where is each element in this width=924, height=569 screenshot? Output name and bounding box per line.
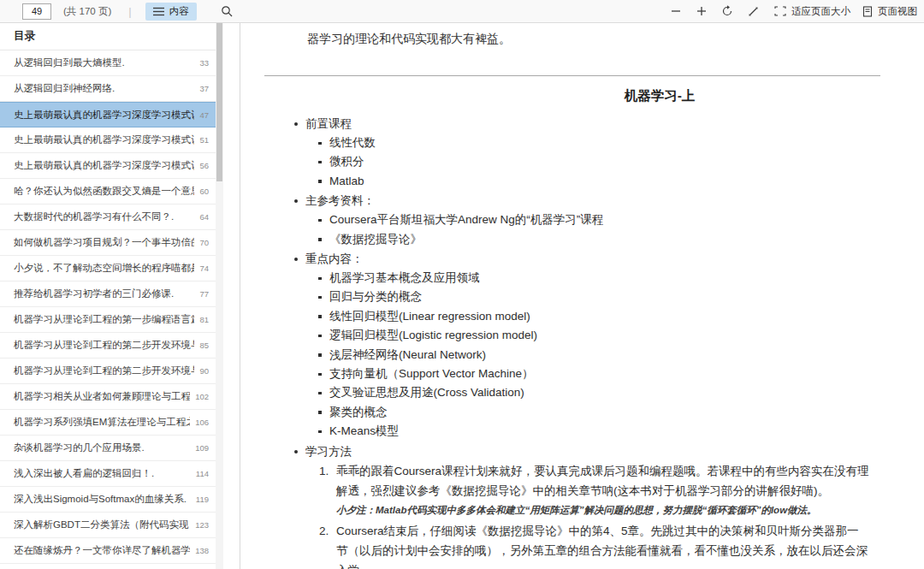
minus-icon [671,6,681,16]
toc-item-page: 102 [195,392,209,401]
contents-toggle-button[interactable]: 内容 [145,3,197,21]
step-text: 乖乖的跟着Coursera课程计划来就好，要认真完成课后习题和编程题哦。若课程中… [336,461,870,501]
bullet-subitem: 逻辑回归模型(Logistic regression model) [317,326,924,345]
toc-item[interactable]: 深入浅出Sigmoid与Softmax的血缘关系. 119 [0,487,216,513]
bullet-subitem: 机器学习基本概念及应用领域 [317,269,924,287]
toc-item[interactable]: 机器学习从理论到工程的第一步编程语言篇. 81 [0,307,216,333]
pdf-toolbar: (共 170 页) | 内容 [0,0,924,23]
zoom-out-button[interactable] [666,2,685,21]
bullet-sublist: 线性代数微积分Matlab [293,133,924,191]
bullet-sublist: Coursera平台斯坦福大学Andrew Ng的“机器学习”课程《数据挖掘导论… [293,210,924,249]
toc-item[interactable]: 大数据时代的机器学习有什么不同？. 64 [0,204,216,230]
page-number-input[interactable] [22,3,51,20]
magnifier-icon [221,5,233,17]
toc-item-label: 如何做机器学习项目规划？一个事半功倍的check [14,236,194,249]
fit-page-label: 适应页面大小 [791,5,850,18]
toc-item-page: 114 [196,469,209,478]
toc-item-label: 从逻辑回归到最大熵模型. [14,56,194,69]
document-viewport[interactable]: 器学习的理论和代码实现都大有裨益。 机器学习-上 前置课程 线性代数微积分Mat… [223,23,924,569]
bullet-subitem: 线性回归模型(Linear regression model) [317,307,924,326]
page-view-label: 页面视图 [878,5,917,18]
toc-item-label: 还在随缘炼丹？一文带你详尽了解机器学习模型 [14,544,190,557]
toc-item-page: 64 [199,212,209,222]
carryover-paragraph: 器学习的理论和代码实现都大有裨益。 [307,30,924,47]
toc-item[interactable]: 史上最萌最认真的机器学习深度学习模式识别入门 51 [0,127,216,153]
toc-item-label: 深入解析GBDT二分类算法（附代码实现）. [14,519,190,531]
toc-item-page: 81 [199,315,209,324]
toc-item-label: 史上最萌最认真的机器学习深度学习模式识别入门 [14,159,194,172]
toc-item[interactable]: 机器学习相关从业者如何兼顾理论与工程能力. 102 [0,384,216,410]
bullet-subitem: K-Means模型 [317,422,924,441]
bullet-subitem: 聚类的概念 [317,403,924,422]
article-body: 前置课程 线性代数微积分Matlab 主参考资料： Coursera平台斯坦福大… [293,114,924,569]
toc-item-page: 60 [199,187,209,196]
bullet-subitem: 线性代数 [317,133,924,152]
toc-item-page: 138 [195,546,209,555]
rotate-button[interactable] [718,2,737,21]
sidebar-scrollbar-thumb[interactable] [216,23,222,181]
numbered-steps: 1. 乖乖的跟着Coursera课程计划来就好，要认真完成课后习题和编程题哦。若… [319,461,924,569]
toc-item[interactable]: 史上最萌最认真的机器学习深度学习模式识别入门 56 [0,153,216,179]
toc-item[interactable]: 推荐给机器学习初学者的三门必修课. 77 [0,282,216,307]
bullet-subitem: Matlab [317,172,924,191]
fit-frame-icon [774,6,786,16]
toc-item[interactable]: 机器学习从理论到工程的第二步开发环境与工具篇 85 [0,333,216,359]
toc-item[interactable]: 深入解析GBDT二分类算法（附代码实现）. 123 [0,513,216,538]
toc-item[interactable]: 如何做机器学习项目规划？一个事半功倍的check 70 [0,230,216,256]
toc-item[interactable]: 小夕说，不了解动态空间增长的程序喵都是假喵 74 [0,256,216,282]
toc-title: 目录 [0,23,216,50]
zoom-in-button[interactable] [692,2,711,21]
toc-item-label: 机器学习从理论到工程的第一步编程语言篇. [14,313,194,326]
toc-item-page: 33 [199,58,209,68]
bullet-subitem: 回归与分类的概念 [317,287,924,306]
toc-item[interactable]: 还在随缘炼丹？一文带你详尽了解机器学习模型 138 [0,538,216,564]
fit-page-button[interactable]: 适应页面大小 [774,5,850,18]
toc-item[interactable]: 浅入深出被人看扁的逻辑回归！. 114 [0,461,216,487]
toc-item-page: 74 [199,264,209,273]
toc-item-label: 哈？你还认为似然函数跟交叉熵是一个意思呀？. [14,185,194,198]
toc-item-label: 史上最萌最认真的机器学习深度学习模式识别入门 [14,133,194,146]
toc-item-label: 机器学习从理论到工程的第二步开发环境与工具篇 [14,339,194,352]
bullet-heading: 学习方法 [293,442,924,461]
toc-item-page: 90 [199,366,209,376]
toc-item[interactable]: 机器学习从理论到工程的第二步开发环境与工具篇 90 [0,359,216,384]
toc-item-label: 深入浅出Sigmoid与Softmax的血缘关系. [14,493,191,506]
sidebar-scrollbar[interactable] [216,23,223,569]
pdf-page: 器学习的理论和代码实现都大有裨益。 机器学习-上 前置课程 线性代数微积分Mat… [240,23,924,569]
toolbar-divider: | [128,5,131,18]
fit-width-button[interactable] [743,2,762,21]
toc-item-label: 杂谈机器学习的几个应用场景. [14,442,190,454]
toc-item-page: 47 [199,110,209,120]
step-note: 小夕注：Matlab代码实现中多多体会和建立“用矩阵运算”解决问题的思想，努力摆… [336,501,870,519]
toc-item-page: 106 [195,418,209,427]
toc-item[interactable]: 从逻辑回归到神经网络. 37 [0,76,216,102]
toc-item[interactable]: 史上最萌最认真的机器学习深度学习模式识别入门 47 [0,102,216,127]
toc-list: 从逻辑回归到最大熵模型. 33 从逻辑回归到神经网络. 37 史上最萌最认真的机… [0,50,216,564]
bullet-subitem: Coursera平台斯坦福大学Andrew Ng的“机器学习”课程 [317,210,924,229]
page-view-button[interactable]: 页面视图 [862,5,917,18]
toc-item-label: 从逻辑回归到神经网络. [14,82,194,95]
toc-item-page: 70 [199,238,209,247]
toc-item-label: 机器学习相关从业者如何兼顾理论与工程能力. [14,390,190,403]
bullet-subitem: 《数据挖掘导论》 [317,230,924,249]
toc-sidebar: 目录 从逻辑回归到最大熵模型. 33 从逻辑回归到神经网络. 37 史上最萌最认… [0,23,216,569]
toc-item[interactable]: 机器学习系列强填EM算法在理论与工程之间的鸿 106 [0,410,216,436]
toc-item-label: 机器学习从理论到工程的第二步开发环境与工具篇 [14,365,194,377]
toc-item-page: 56 [199,161,209,170]
article-title: 机器学习-上 [240,87,924,105]
page-icon [862,6,873,17]
toc-item-page: 123 [195,520,209,530]
toc-item[interactable]: 哈？你还认为似然函数跟交叉熵是一个意思呀？. 60 [0,179,216,204]
toc-item-page: 119 [196,495,209,504]
bullet-subitem: 交叉验证思想及用途(Cross Validation) [317,383,924,402]
toc-item-label: 大数据时代的机器学习有什么不同？. [14,210,194,223]
contents-button-label: 内容 [169,5,189,18]
toc-item[interactable]: 杂谈机器学习的几个应用场景. 109 [0,436,216,461]
section-divider [264,75,880,76]
toc-item-page: 85 [199,341,209,350]
numbered-step: 2. Coursera结束后，仔细阅读《数据挖掘导论》中的第4、5章。先跳过其中… [319,521,924,569]
search-button[interactable] [221,5,233,17]
bullet-sublist: 机器学习基本概念及应用领域回归与分类的概念线性回归模型(Linear regre… [293,269,924,442]
bullet-heading: 前置课程 [293,114,924,133]
toc-item[interactable]: 从逻辑回归到最大熵模型. 33 [0,50,216,76]
